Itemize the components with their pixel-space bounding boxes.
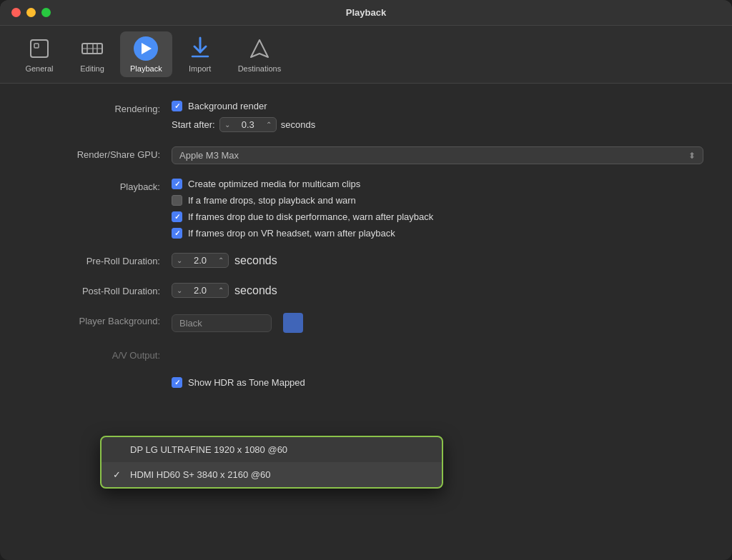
- multicam-checkbox[interactable]: ✓: [172, 179, 182, 189]
- background-render-checkbox[interactable]: ✓: [172, 101, 182, 111]
- start-after-down[interactable]: ⌄: [220, 119, 234, 130]
- rendering-content: ✓ Background render Start after: ⌄ 0.3 ⌃…: [172, 101, 703, 132]
- render-gpu-value: Apple M3 Max: [179, 150, 239, 161]
- player-bg-content: Black: [172, 313, 703, 333]
- preroll-row: Pre-Roll Duration: ⌄ 2.0 ⌃ seconds: [29, 253, 703, 269]
- show-hdr-empty-label: [29, 377, 172, 379]
- render-gpu-select[interactable]: Apple M3 Max ⬍: [172, 146, 703, 164]
- disk-perf-label: If frames drop due to disk performance, …: [188, 211, 433, 222]
- dropdown-item-hdmi[interactable]: ✓ HDMI HD60 S+ 3840 x 2160 @60: [102, 462, 442, 487]
- av-output-row: A/V Output:: [29, 347, 703, 363]
- av-output-label: A/V Output:: [29, 347, 172, 363]
- frame-drops-row: If a frame drops, stop playback and warn: [172, 195, 703, 206]
- disk-perf-checkbox[interactable]: ✓: [172, 211, 182, 222]
- svg-rect-0: [31, 40, 48, 57]
- player-bg-row: Player Background: Black: [29, 313, 703, 333]
- preroll-inline: ⌄ 2.0 ⌃ seconds: [172, 253, 703, 268]
- editing-icon: [79, 36, 105, 61]
- close-button[interactable]: [11, 8, 21, 17]
- window-title: Playback: [346, 7, 386, 18]
- playback-content: ✓ Create optimized media for multicam cl…: [172, 179, 703, 239]
- tab-playback[interactable]: Playback: [120, 31, 172, 77]
- av-output-dropdown[interactable]: DP LG ULTRAFINE 1920 x 1080 @60 ✓ HDMI H…: [100, 436, 443, 489]
- dropdown-item-dp-lg[interactable]: DP LG ULTRAFINE 1920 x 1080 @60: [102, 437, 442, 462]
- tab-import[interactable]: Import: [175, 31, 225, 77]
- background-render-label: Background render: [188, 101, 267, 111]
- vr-headset-row: ✓ If frames drop on VR headset, warn aft…: [172, 228, 703, 239]
- seconds-label-1: seconds: [281, 119, 315, 130]
- player-bg-select[interactable]: Black: [172, 314, 272, 332]
- destinations-icon: [247, 36, 272, 61]
- player-bg-inline: Black: [172, 313, 703, 333]
- color-swatch[interactable]: [283, 313, 303, 333]
- vr-headset-checkbox[interactable]: ✓: [172, 228, 182, 239]
- tab-destinations[interactable]: Destinations: [228, 31, 292, 77]
- seconds-label-2: seconds: [234, 254, 277, 267]
- hdmi-label: HDMI HD60 S+ 3840 x 2160 @60: [130, 469, 270, 480]
- rendering-label: Rendering:: [29, 101, 172, 116]
- background-render-row: ✓ Background render: [172, 101, 703, 111]
- tab-destinations-label: Destinations: [238, 64, 282, 73]
- preroll-down[interactable]: ⌄: [172, 255, 187, 266]
- tab-import-label: Import: [189, 64, 211, 73]
- show-hdr-row: ✓ Show HDR as Tone Mapped: [29, 377, 703, 388]
- frame-drops-checkbox[interactable]: [172, 195, 182, 206]
- tab-general-label: General: [25, 64, 53, 73]
- preroll-spinner[interactable]: ⌄ 2.0 ⌃: [172, 253, 229, 268]
- postroll-label: Post-Roll Duration:: [29, 283, 172, 299]
- import-icon: [187, 36, 213, 61]
- postroll-inline: ⌄ 2.0 ⌃ seconds: [172, 283, 703, 298]
- multicam-row: ✓ Create optimized media for multicam cl…: [172, 179, 703, 189]
- render-gpu-label: Render/Share GPU:: [29, 146, 172, 162]
- postroll-content: ⌄ 2.0 ⌃ seconds: [172, 283, 703, 298]
- select-arrows-icon: ⬍: [688, 151, 696, 161]
- tab-playback-label: Playback: [130, 64, 162, 73]
- general-icon: [26, 36, 52, 61]
- start-after-label: Start after:: [172, 119, 215, 130]
- checkmark: ✓: [174, 213, 180, 221]
- hdmi-check-icon: ✓: [113, 469, 124, 480]
- postroll-spinner[interactable]: ⌄ 2.0 ⌃: [172, 283, 229, 298]
- tab-editing[interactable]: Editing: [67, 31, 117, 77]
- player-bg-value: Black: [179, 318, 202, 329]
- preroll-value: 2.0: [187, 254, 214, 267]
- playback-row: Playback: ✓ Create optimized media for m…: [29, 179, 703, 239]
- checkmark: ✓: [174, 180, 180, 188]
- show-hdr-label: Show HDR as Tone Mapped: [188, 377, 305, 388]
- checkmark: ✓: [174, 379, 180, 386]
- checkmark: ✓: [174, 102, 180, 110]
- maximize-button[interactable]: [41, 8, 51, 17]
- rendering-row: Rendering: ✓ Background render Start aft…: [29, 101, 703, 132]
- frame-drops-label: If a frame drops, stop playback and warn: [188, 195, 356, 206]
- settings-content: Rendering: ✓ Background render Start aft…: [0, 84, 732, 560]
- postroll-up[interactable]: ⌃: [214, 285, 228, 296]
- postroll-row: Post-Roll Duration: ⌄ 2.0 ⌃ seconds: [29, 283, 703, 299]
- playback-icon: [133, 36, 159, 61]
- start-after-value: 0.3: [234, 118, 262, 131]
- player-bg-label: Player Background:: [29, 313, 172, 329]
- checkmark: ✓: [174, 229, 180, 237]
- preroll-up[interactable]: ⌃: [214, 255, 228, 266]
- toolbar: General Editing Playback: [0, 26, 732, 84]
- titlebar: Playback: [0, 0, 732, 26]
- render-gpu-content: Apple M3 Max ⬍: [172, 146, 703, 164]
- tab-general[interactable]: General: [14, 31, 64, 77]
- postroll-value: 2.0: [187, 284, 214, 297]
- dp-lg-label: DP LG ULTRAFINE 1920 x 1080 @60: [130, 444, 287, 455]
- seconds-label-3: seconds: [234, 284, 277, 297]
- start-after-up[interactable]: ⌃: [262, 119, 276, 130]
- render-gpu-row: Render/Share GPU: Apple M3 Max ⬍: [29, 146, 703, 164]
- show-hdr-checkbox-row: ✓ Show HDR as Tone Mapped: [172, 377, 703, 388]
- traffic-lights: [11, 8, 51, 17]
- playback-label: Playback:: [29, 179, 172, 194]
- show-hdr-checkbox[interactable]: ✓: [172, 377, 182, 388]
- multicam-label: Create optimized media for multicam clip…: [188, 179, 360, 189]
- tab-editing-label: Editing: [80, 64, 104, 73]
- svg-rect-1: [34, 44, 39, 48]
- vr-headset-label: If frames drop on VR headset, warn after…: [188, 228, 395, 239]
- postroll-down[interactable]: ⌄: [172, 285, 187, 296]
- disk-perf-row: ✓ If frames drop due to disk performance…: [172, 211, 703, 222]
- preroll-content: ⌄ 2.0 ⌃ seconds: [172, 253, 703, 268]
- minimize-button[interactable]: [26, 8, 36, 17]
- start-after-spinner[interactable]: ⌄ 0.3 ⌃: [219, 117, 277, 132]
